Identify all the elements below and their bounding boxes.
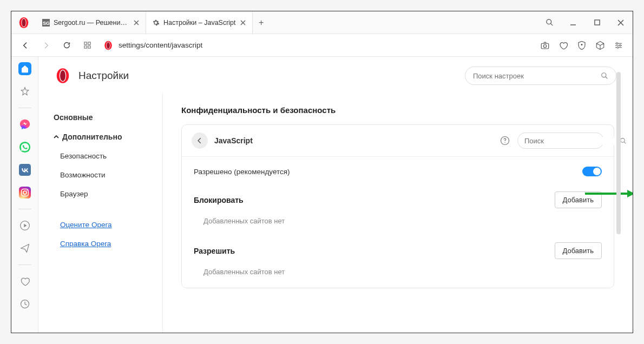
tab-label: Sergoot.ru — Решение ва... bbox=[54, 19, 129, 27]
svg-point-31 bbox=[602, 73, 606, 77]
nav-toolbar: settings/content/javascript bbox=[11, 34, 633, 57]
svg-point-30 bbox=[60, 70, 65, 81]
address-bar[interactable]: settings/content/javascript bbox=[99, 41, 536, 50]
minimize-button[interactable] bbox=[561, 11, 585, 34]
settings-body: Основные Дополнительно Безопасность Возм… bbox=[38, 92, 633, 333]
url-text: settings/content/javascript bbox=[119, 41, 202, 49]
chevron-up-icon bbox=[54, 134, 59, 140]
svg-marker-36 bbox=[627, 190, 633, 197]
back-button[interactable] bbox=[17, 37, 34, 54]
card-title: JavaScript bbox=[214, 136, 492, 145]
svg-point-33 bbox=[504, 142, 505, 143]
sidenav-security[interactable]: Безопасность bbox=[38, 147, 162, 166]
svg-point-15 bbox=[543, 44, 546, 47]
sidebar-send-icon[interactable] bbox=[18, 242, 31, 255]
svg-rect-9 bbox=[84, 46, 86, 48]
opera-menu-icon[interactable] bbox=[18, 17, 30, 29]
svg-rect-7 bbox=[84, 42, 86, 44]
svg-point-34 bbox=[621, 138, 625, 142]
page-title: Настройки bbox=[78, 70, 457, 82]
scrollbar-thumb[interactable] bbox=[616, 72, 621, 234]
settings-sidenav: Основные Дополнительно Безопасность Возм… bbox=[38, 92, 163, 333]
svg-point-16 bbox=[581, 44, 583, 45]
help-icon[interactable] bbox=[499, 135, 511, 147]
section-title: Конфиденциальность и безопасность bbox=[181, 105, 614, 115]
block-add-button[interactable]: Добавить bbox=[555, 191, 602, 208]
svg-rect-14 bbox=[541, 43, 549, 49]
new-tab-button[interactable]: + bbox=[253, 18, 270, 28]
sidenav-browser[interactable]: Браузер bbox=[38, 184, 162, 203]
settings-page: Настройки Основные Дополнительно Безопас… bbox=[38, 57, 633, 333]
sidenav-rate-link[interactable]: Оцените Opera bbox=[38, 215, 162, 234]
block-section-header: Блокировать Добавить bbox=[182, 186, 614, 211]
sidebar-separator bbox=[18, 209, 31, 209]
allow-label: Разрешить bbox=[194, 247, 555, 255]
toolbar-actions bbox=[540, 40, 627, 51]
sidebar-player-icon[interactable] bbox=[18, 219, 31, 232]
sidebar-instagram-icon[interactable] bbox=[18, 186, 31, 199]
forward-button[interactable] bbox=[37, 37, 55, 54]
heart-icon[interactable] bbox=[558, 40, 569, 51]
svg-point-2 bbox=[22, 18, 25, 27]
sidenav-advanced[interactable]: Дополнительно bbox=[38, 127, 162, 147]
reload-button[interactable] bbox=[58, 37, 75, 54]
sidebar-bookmark-icon[interactable] bbox=[18, 85, 31, 98]
sidebar-heart-icon[interactable] bbox=[18, 275, 31, 288]
sidebar-whatsapp-icon[interactable] bbox=[18, 141, 31, 154]
allow-add-button[interactable]: Добавить bbox=[555, 242, 602, 259]
opera-icon bbox=[103, 41, 113, 50]
svg-point-17 bbox=[616, 42, 618, 44]
block-empty-text: Добавленных сайтов нет bbox=[182, 211, 614, 237]
tab-sergoot[interactable]: SG Sergoot.ru — Решение ва... bbox=[36, 11, 146, 34]
settings-search[interactable] bbox=[465, 67, 616, 85]
favicon-icon: SG bbox=[42, 18, 50, 27]
svg-point-13 bbox=[107, 42, 110, 49]
window-controls bbox=[537, 11, 633, 34]
svg-rect-8 bbox=[88, 42, 90, 44]
tab-settings[interactable]: Настройки – JavaScript bbox=[146, 11, 253, 34]
sidebar-separator bbox=[18, 108, 31, 108]
settings-main: Конфиденциальность и безопасность JavaSc… bbox=[163, 92, 633, 333]
close-icon[interactable] bbox=[239, 19, 247, 27]
shield-icon[interactable] bbox=[576, 40, 587, 51]
svg-point-25 bbox=[27, 190, 28, 191]
search-input[interactable] bbox=[473, 72, 601, 80]
tab-strip: SG Sergoot.ru — Решение ва... Настройки … bbox=[36, 11, 537, 34]
javascript-toggle[interactable] bbox=[582, 167, 602, 176]
sidebar-vk-icon[interactable] bbox=[18, 163, 31, 176]
sidebar-home-icon[interactable] bbox=[18, 62, 31, 75]
allowed-label: Разрешено (рекомендуется) bbox=[194, 168, 582, 176]
sidenav-main[interactable]: Основные bbox=[38, 108, 162, 127]
card-header: JavaScript bbox=[182, 125, 614, 157]
sidenav-features[interactable]: Возможности bbox=[38, 166, 162, 184]
tab-label: Настройки – JavaScript bbox=[163, 19, 236, 27]
titlebar: SG Sergoot.ru — Решение ва... Настройки … bbox=[11, 11, 633, 34]
gear-icon bbox=[152, 18, 160, 27]
close-window-button[interactable] bbox=[609, 11, 633, 34]
sidebar-messenger-icon[interactable] bbox=[18, 118, 31, 131]
sidebar-separator bbox=[18, 264, 31, 265]
snapshot-icon[interactable] bbox=[540, 40, 550, 51]
close-icon[interactable] bbox=[133, 19, 140, 27]
allow-empty-text: Добавленных сайтов нет bbox=[182, 262, 614, 288]
card-search-input[interactable] bbox=[524, 137, 615, 145]
svg-text:SG: SG bbox=[43, 21, 50, 26]
browser-window: SG Sergoot.ru — Решение ва... Настройки … bbox=[11, 11, 633, 333]
sidebar-history-icon[interactable] bbox=[18, 297, 31, 310]
card-back-button[interactable] bbox=[192, 133, 208, 149]
scrollbar[interactable] bbox=[616, 45, 621, 322]
left-sidebar bbox=[11, 57, 38, 333]
block-label: Блокировать bbox=[194, 196, 555, 204]
sidenav-help-link[interactable]: Справка Opera bbox=[38, 234, 162, 253]
content-area: Настройки Основные Дополнительно Безопас… bbox=[11, 57, 633, 333]
card-search[interactable] bbox=[517, 133, 604, 149]
cube-icon[interactable] bbox=[595, 40, 606, 51]
maximize-button[interactable] bbox=[585, 11, 609, 34]
speed-dial-button[interactable] bbox=[78, 37, 96, 54]
opera-icon bbox=[55, 68, 71, 84]
svg-rect-6 bbox=[594, 20, 599, 25]
settings-header: Настройки bbox=[38, 57, 633, 92]
search-icon bbox=[601, 72, 608, 80]
svg-point-5 bbox=[546, 19, 551, 24]
search-in-tabs-button[interactable] bbox=[537, 11, 561, 34]
